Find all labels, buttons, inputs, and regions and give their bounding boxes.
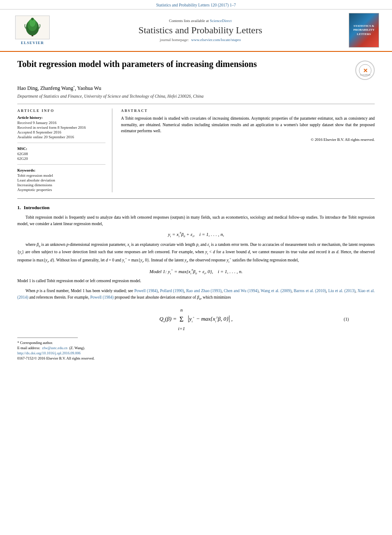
- keyword-1: Tobit regression model: [17, 173, 105, 178]
- body-divider: [17, 198, 375, 199]
- email-label: E-mail address:: [17, 346, 40, 350]
- history-label: Article history:: [17, 115, 105, 120]
- article-info-header: ARTICLE INFO: [17, 108, 105, 113]
- abstract-column: ABSTRACT A Tobit regression model is stu…: [121, 108, 375, 192]
- main-content: Tobit regression model with parameters o…: [0, 52, 392, 366]
- ref-powell-1984[interactable]: Powell (1984): [134, 289, 158, 293]
- ref-wang-2009[interactable]: Wang et al. (2009): [261, 289, 291, 293]
- equation-qn: Qn(β) = n Σ i=1 |yi+ − max{xiTβ, 0}| ,: [159, 306, 233, 333]
- crossmark-badge[interactable]: ✕ CrossMark: [355, 61, 375, 80]
- footnote-issn: 0167-7152/© 2016 Elsevier B.V. All right…: [17, 356, 375, 360]
- page: Statistics and Probability Letters 120 (…: [0, 0, 392, 535]
- svg-point-5: [31, 18, 34, 20]
- equation-yi: yi = xiTβ0 + εi, i = 1, . . . , n,: [52, 231, 340, 239]
- info-divider-2: [17, 164, 105, 165]
- elsevier-tree-svg: [16, 16, 49, 39]
- cover-line2: PROBABILITY: [353, 28, 374, 32]
- msc-code-1: 62G08: [17, 152, 105, 156]
- model1-equation: Model 1: yi+ = max{xiTβ0 + εi, 0}, i = 1…: [52, 268, 340, 276]
- ref-rao-zhao-1993[interactable]: Rao and Zhao (1993): [186, 289, 222, 293]
- keywords-label: Keywords:: [17, 168, 105, 172]
- history-received: Received 9 January 2016: [17, 121, 105, 125]
- authors-line: Hao Ding, Zhanfeng Wang*, Yaohua Wu: [17, 84, 375, 92]
- corresponding-asterisk: *: [73, 85, 75, 89]
- sciencedirect-availability: Contents lists available at ScienceDirec…: [52, 19, 349, 23]
- elsevier-wordmark: ELSEVIER: [21, 41, 44, 45]
- journal-title: Statistics and Probability Letters: [52, 25, 349, 36]
- footnote-corresponding: * Corresponding author.: [17, 341, 53, 345]
- intro-para-2: where β0 is an unknown p-dimensional reg…: [17, 242, 375, 264]
- homepage-line: journal homepage: www.elsevier.com/locat…: [52, 38, 349, 42]
- footnote-doi: http://dx.doi.org/10.1016/j.spl.2016.09.…: [17, 351, 375, 355]
- abstract-text: A Tobit regression model is studied with…: [121, 115, 375, 143]
- body-text: 1. Introduction Tobit regression model i…: [17, 204, 375, 332]
- footnotes: * Corresponding author. E-mail address: …: [17, 341, 375, 360]
- equation-number-1: (1): [344, 316, 349, 323]
- ref-liu-2013[interactable]: Liu et al. (2013): [328, 289, 355, 293]
- introduction-title: 1. Introduction: [17, 204, 375, 212]
- ref-chen-wu-1994[interactable]: Chen and Wu (1994): [224, 289, 258, 293]
- email-link[interactable]: zfw@ustc.edu.cn: [42, 346, 67, 350]
- intro-para-3: When p is a fixed number, Model 1 has be…: [17, 288, 375, 302]
- affiliation-line: Department of Statistics and Finance, Un…: [17, 94, 375, 99]
- journal-branding-row: ELSEVIER Contents lists available at Sci…: [0, 10, 392, 52]
- keyword-4: Asymptotic properties: [17, 188, 105, 192]
- ref-barros-2010[interactable]: Barros et al. (2010): [293, 289, 326, 293]
- footnote-asterisk: * Corresponding author.: [17, 341, 375, 345]
- footer-divider: [17, 338, 78, 338]
- cover-line1: STATISTICS &: [353, 24, 374, 28]
- svg-text:✕: ✕: [363, 67, 367, 74]
- journal-citation: Statistics and Probability Letters 120 (…: [156, 3, 236, 7]
- equation-qn-container: Qn(β) = n Σ i=1 |yi+ − max{xiTβ, 0}| , (…: [17, 306, 375, 333]
- abstract-header: ABSTRACT: [121, 108, 375, 113]
- elsevier-tree-image: [15, 16, 50, 39]
- svg-text:CrossMark: CrossMark: [360, 73, 370, 76]
- section-number: 1.: [17, 205, 21, 210]
- journal-center-info: Contents lists available at ScienceDirec…: [52, 19, 349, 42]
- info-divider-1: [17, 143, 105, 143]
- history-revised: Received in revised form 8 September 201…: [17, 125, 105, 130]
- paper-title: Tobit regression model with parameters o…: [17, 58, 257, 70]
- journal-cover-image: STATISTICS & PROBABILITY LETTERS: [349, 13, 379, 48]
- ref-pollard-1990[interactable]: Pollard (1990): [160, 289, 184, 293]
- homepage-label: journal homepage:: [160, 38, 189, 42]
- abstract-copyright: © 2016 Elsevier B.V. All rights reserved…: [121, 137, 375, 143]
- ref-powell-1984b[interactable]: Powell (1984): [90, 295, 114, 299]
- msc-code-2: 62G20: [17, 156, 105, 161]
- intro-para-model1-desc: Model 1 is called Tobit regression model…: [17, 278, 375, 284]
- journal-citation-header: Statistics and Probability Letters 120 (…: [0, 0, 392, 10]
- crossmark-icon: ✕ CrossMark: [359, 64, 372, 77]
- msc-label: MSC:: [17, 146, 105, 151]
- keyword-3: Increasing dimensions: [17, 183, 105, 187]
- section-heading: Introduction: [24, 205, 50, 210]
- history-accepted: Accepted 8 September 2016: [17, 130, 105, 134]
- email-name: (Z. Wang).: [69, 346, 85, 350]
- footnote-email: E-mail address: zfw@ustc.edu.cn (Z. Wang…: [17, 346, 375, 350]
- keyword-2: Least absolute deviation: [17, 178, 105, 182]
- contents-label: Contents lists available at: [169, 19, 209, 23]
- homepage-url[interactable]: www.elsevier.com/locate/stapro: [191, 38, 241, 42]
- paper-header: Tobit regression model with parameters o…: [17, 58, 375, 80]
- cover-text-line1: STATISTICS & PROBABILITY LETTERS: [353, 24, 374, 36]
- sciencedirect-link[interactable]: ScienceDirect: [210, 19, 232, 23]
- intro-para-1: Tobit regression model is frequently use…: [17, 214, 375, 227]
- article-info-abstract-row: ARTICLE INFO Article history: Received 9…: [17, 104, 375, 192]
- article-info-column: ARTICLE INFO Article history: Received 9…: [17, 108, 112, 192]
- abstract-body: A Tobit regression model is studied with…: [121, 116, 375, 133]
- elsevier-logo-container: ELSEVIER: [13, 16, 52, 45]
- cover-line3: LETTERS: [353, 32, 374, 36]
- history-online: Available online 20 September 2016: [17, 135, 105, 139]
- doi-link[interactable]: http://dx.doi.org/10.1016/j.spl.2016.09.…: [17, 351, 80, 355]
